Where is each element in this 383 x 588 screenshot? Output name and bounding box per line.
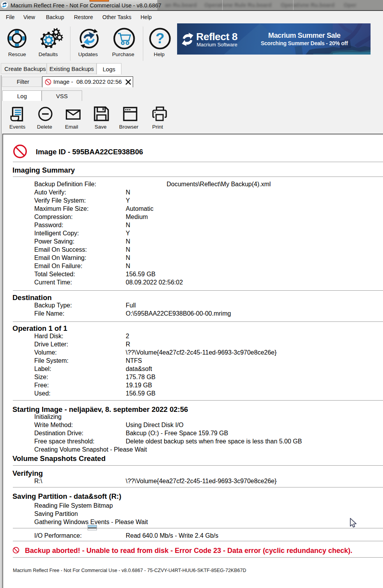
svg-text:Macrium Software: Macrium Software	[197, 42, 237, 48]
svg-text:?: ?	[156, 30, 165, 46]
svg-text:Scorching Summer Deals - 20% o: Scorching Summer Deals - 20% off	[261, 40, 348, 46]
svg-text:Macrium Summer Sale: Macrium Summer Sale	[268, 32, 341, 39]
svg-text:Reflect 8: Reflect 8	[196, 31, 237, 42]
